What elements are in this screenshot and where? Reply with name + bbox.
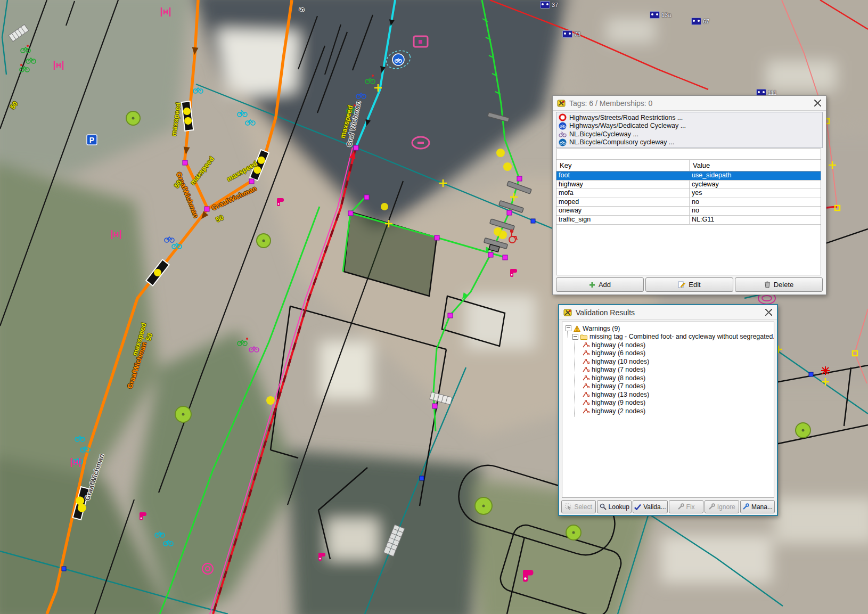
- crossing-markers[interactable]: [71, 101, 269, 520]
- way-icon: [582, 366, 589, 373]
- validation-buttons: Select Lookup Valida... Fix: [561, 500, 775, 513]
- tree-item-highway[interactable]: highway (7 nodes): [564, 366, 773, 374]
- preset-compulsory-cycleway[interactable]: NL.Bicycle/Compulsory cycleway ...: [559, 138, 820, 147]
- way-icon: [582, 358, 589, 365]
- restriction-sign-icon: [559, 113, 567, 121]
- tags-panel-titlebar[interactable]: Tags: 6 / Memberships: 0: [553, 96, 826, 111]
- tree-warnings[interactable]: Warnings (9): [564, 324, 773, 333]
- validation-panel-titlebar[interactable]: Validation Results: [559, 305, 777, 320]
- way-icon: [582, 375, 589, 381]
- validate-button[interactable]: Valida...: [633, 500, 667, 513]
- parking-icon: P: [87, 135, 97, 145]
- tree-item-highway[interactable]: highway (7 nodes): [564, 382, 773, 391]
- validation-results-panel: Validation Results Warnings (9) missing …: [558, 304, 778, 516]
- way-icon: [582, 383, 589, 389]
- tag-key: moped: [556, 198, 690, 207]
- josm-map-view: P maxspeedmaxspeedmaxspeedmaxspeedmaxspe…: [0, 0, 868, 614]
- tag-value: use_sidepath: [690, 171, 821, 180]
- tree-item-highway[interactable]: highway (2 nodes): [564, 407, 773, 415]
- tags-memberships-panel: Tags: 6 / Memberships: 0 Highways/Street…: [552, 95, 826, 295]
- plus-icon: [589, 282, 595, 288]
- cyan-road[interactable]: [356, 0, 395, 148]
- close-icon[interactable]: [814, 100, 821, 107]
- validation-tree: Warnings (9) missing tag - Combined foot…: [562, 322, 774, 498]
- parcel-lines[interactable]: [0, 0, 403, 614]
- tag-key: mofa: [556, 189, 690, 198]
- tree-item-highway[interactable]: highway (13 nodes): [564, 390, 773, 399]
- way-icon: [582, 350, 589, 356]
- tree-guide: [574, 339, 575, 417]
- way-icon: [582, 342, 589, 348]
- fix-button[interactable]: Fix: [669, 500, 703, 513]
- josm-logo-icon: [563, 308, 572, 317]
- validation-panel-title: Validation Results: [576, 308, 635, 317]
- tag-value: NL:G11: [690, 216, 821, 224]
- tree-guide: [567, 331, 568, 338]
- edit-button[interactable]: Edit: [645, 277, 733, 292]
- svg-text:P: P: [89, 136, 94, 144]
- folder-icon: [580, 334, 587, 340]
- bicycle-icon: [559, 130, 567, 138]
- collapse-icon[interactable]: [572, 334, 578, 340]
- green-cycleways[interactable]: [160, 0, 519, 614]
- collapse-icon[interactable]: [566, 325, 571, 331]
- warning-icon: [574, 325, 580, 332]
- tag-key: traffic_sign: [556, 216, 690, 224]
- tag-row[interactable]: traffic_sign NL:G11: [556, 216, 821, 225]
- tag-value: no: [690, 198, 821, 207]
- error-marker-icon: [821, 366, 830, 375]
- way-icon: [582, 408, 589, 414]
- restriction-icons: [412, 36, 429, 149]
- red-road[interactable]: [210, 148, 357, 614]
- tag-row[interactable]: mofa yes: [556, 189, 821, 198]
- select-button[interactable]: Select: [561, 500, 596, 513]
- tree-item-highway[interactable]: highway (4 nodes): [564, 341, 773, 349]
- tree-item-highway[interactable]: highway (8 nodes): [564, 374, 773, 382]
- preset-dedicated-cycleway[interactable]: Highways/Ways/Dedicated Cycleway ...: [559, 122, 820, 130]
- magnifier-icon: [600, 503, 607, 510]
- tag-table: Key Value foot use_sidepath highway cycl…: [556, 149, 821, 275]
- add-button[interactable]: Add: [556, 277, 644, 292]
- tag-table-gap: [556, 149, 821, 160]
- lookup-button[interactable]: Lookup: [597, 500, 632, 513]
- tag-key: highway: [556, 181, 690, 189]
- tree-item-highway[interactable]: highway (10 nodes): [564, 357, 773, 366]
- gate-icons: [54, 7, 170, 467]
- close-icon[interactable]: [765, 309, 772, 316]
- tag-value: cycleway: [690, 181, 821, 189]
- key-header[interactable]: Key: [556, 160, 690, 171]
- orange-roads[interactable]: [47, 0, 292, 614]
- cycleway-sign-icon: [559, 138, 567, 146]
- tag-value: yes: [690, 189, 821, 198]
- preset-list: Highways/Streets/Road Restrictions ... H…: [556, 112, 823, 148]
- tag-row[interactable]: foot use_sidepath: [556, 171, 821, 181]
- way-icon: [582, 399, 589, 406]
- check-icon: [634, 504, 641, 510]
- cycleway-sign-icon: [384, 48, 413, 72]
- tags-buttons: Add Edit Delete: [556, 277, 823, 292]
- trash-icon: [764, 281, 771, 288]
- preset-nl-cycleway[interactable]: NL.Bicycle/Cycleway ...: [559, 130, 820, 138]
- tag-table-header: Key Value: [556, 160, 821, 171]
- tag-row[interactable]: moped no: [556, 198, 821, 207]
- tag-key: foot: [556, 171, 690, 180]
- ignore-button[interactable]: Ignore: [705, 500, 739, 513]
- tree-item-highway[interactable]: highway (9 nodes): [564, 399, 773, 407]
- tag-row[interactable]: highway cycleway: [556, 181, 821, 190]
- preset-road-restrictions[interactable]: Highways/Streets/Road Restrictions ...: [559, 113, 820, 122]
- tag-row[interactable]: oneway no: [556, 207, 821, 216]
- wrench-icon: [708, 503, 715, 510]
- green-arrows: [460, 247, 491, 300]
- wheelchair-icon: [509, 230, 517, 243]
- select-cursor-icon: [565, 503, 572, 510]
- delete-button[interactable]: Delete: [735, 277, 823, 292]
- value-header[interactable]: Value: [690, 160, 821, 171]
- way-icon: [582, 391, 589, 398]
- hatched-crossings: [9, 24, 452, 556]
- josm-logo-icon: [557, 99, 566, 108]
- tree-warning-group[interactable]: missing tag - Combined foot- and cyclewa…: [564, 333, 773, 341]
- manage-button[interactable]: Mana...: [740, 500, 775, 513]
- tree-item-highway[interactable]: highway (6 nodes): [564, 349, 773, 358]
- tree-highway-items: highway (4 nodes) highway (6 nodes): [564, 341, 773, 415]
- tags-panel-title: Tags: 6 / Memberships: 0: [569, 99, 652, 108]
